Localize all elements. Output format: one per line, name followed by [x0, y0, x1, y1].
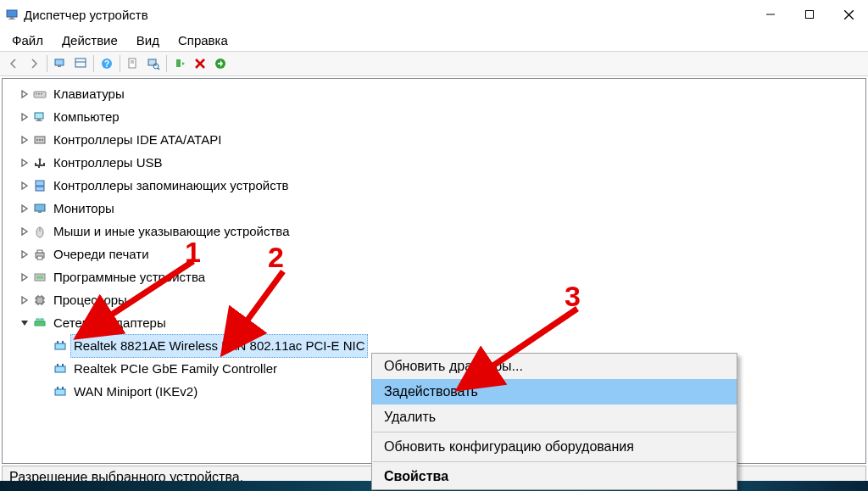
- svg-rect-60: [55, 366, 65, 372]
- ide-icon: [33, 133, 47, 147]
- chevron-right-icon[interactable]: [18, 225, 31, 238]
- svg-rect-58: [57, 341, 58, 343]
- toolbar-separator: [120, 55, 120, 72]
- tree-category-label: Мониторы: [50, 197, 118, 220]
- tree-category[interactable]: Контроллеры запоминающих устройств: [3, 174, 865, 197]
- software-icon: [33, 271, 47, 284]
- device-manager-window: Диспетчер устройств Файл Действие Вид Сп…: [0, 0, 868, 491]
- svg-rect-19: [176, 59, 181, 67]
- chevron-right-icon[interactable]: [18, 248, 31, 261]
- storage-icon: [33, 179, 47, 192]
- context-scan-hardware[interactable]: Обновить конфигурацию оборудования: [372, 434, 737, 460]
- svg-rect-61: [57, 364, 58, 366]
- network-adapter-icon: [53, 362, 67, 376]
- tree-category[interactable]: Компьютер: [3, 105, 865, 128]
- menubar: Файл Действие Вид Справка: [0, 29, 868, 51]
- svg-rect-8: [58, 65, 61, 67]
- tree-category-label: Сетевые адаптеры: [50, 311, 170, 335]
- menu-view[interactable]: Вид: [128, 31, 168, 49]
- tree-category[interactable]: Мониторы: [3, 197, 865, 220]
- svg-rect-59: [62, 341, 64, 343]
- svg-rect-4: [806, 11, 814, 19]
- svg-rect-2: [8, 19, 15, 20]
- chevron-right-icon[interactable]: [18, 179, 31, 192]
- svg-text:?: ?: [104, 59, 109, 69]
- svg-rect-55: [36, 319, 39, 321]
- tree-category-label: Мыши и иные указывающие устройства: [50, 220, 292, 243]
- tree-category-label: Программные устройства: [50, 265, 209, 289]
- close-button[interactable]: [829, 2, 868, 27]
- monitor-icon: [33, 202, 47, 215]
- tree-category[interactable]: Клавиатуры: [3, 82, 865, 105]
- chevron-right-icon[interactable]: [18, 87, 31, 101]
- tree-category[interactable]: Сетевые адаптеры: [3, 311, 865, 334]
- app-icon: [5, 8, 19, 21]
- svg-rect-56: [41, 319, 43, 321]
- svg-rect-57: [55, 343, 65, 349]
- back-button[interactable]: [4, 54, 23, 73]
- tree-category-label: Процессоры: [50, 288, 131, 312]
- context-update-drivers[interactable]: Обновить драйверы...: [372, 354, 737, 379]
- svg-rect-29: [36, 120, 42, 121]
- svg-rect-65: [62, 387, 64, 389]
- chevron-right-icon[interactable]: [18, 133, 31, 147]
- printer-icon: [33, 248, 47, 261]
- toolbar-update-driver-icon[interactable]: [170, 54, 189, 73]
- computer-icon: [33, 110, 47, 124]
- toolbar-separator: [166, 55, 167, 72]
- tree-category-label: Очереди печати: [50, 243, 153, 266]
- svg-rect-42: [37, 256, 42, 259]
- toolbar-separator: [93, 55, 94, 72]
- svg-rect-16: [148, 59, 156, 65]
- chevron-right-icon[interactable]: [18, 156, 31, 170]
- svg-line-18: [158, 68, 159, 70]
- toolbar: ?: [0, 51, 868, 76]
- tree-category[interactable]: Процессоры: [3, 288, 865, 311]
- context-menu: Обновить драйверы... Задействовать Удали…: [371, 353, 737, 490]
- minimize-button[interactable]: [751, 2, 790, 27]
- toolbar-scan-icon[interactable]: [144, 54, 163, 73]
- tree-category[interactable]: Контроллеры IDE ATA/ATAPI: [3, 128, 865, 151]
- cpu-icon: [33, 293, 47, 307]
- chevron-right-icon[interactable]: [18, 293, 31, 307]
- toolbar-computer-icon[interactable]: [51, 54, 70, 73]
- chevron-down-icon[interactable]: [18, 316, 31, 330]
- tree-category-label: Контроллеры IDE ATA/ATAPI: [50, 128, 225, 152]
- context-enable[interactable]: Задействовать: [372, 379, 737, 405]
- chevron-right-icon[interactable]: [18, 110, 31, 124]
- tree-category[interactable]: Мыши и иные указывающие устройства: [3, 220, 865, 243]
- chevron-right-icon[interactable]: [18, 202, 31, 215]
- network-adapter-icon: [53, 385, 67, 399]
- menu-help[interactable]: Справка: [170, 31, 236, 49]
- usb-icon: [33, 156, 47, 170]
- menu-action[interactable]: Действие: [53, 31, 126, 49]
- context-properties[interactable]: Свойства: [372, 464, 737, 489]
- svg-point-32: [39, 139, 41, 141]
- maximize-button[interactable]: [790, 2, 829, 27]
- svg-rect-45: [36, 297, 43, 304]
- toolbar-properties-icon[interactable]: [124, 54, 142, 73]
- svg-rect-27: [35, 113, 43, 119]
- tree-category-label: Контроллеры USB: [50, 151, 166, 175]
- svg-rect-35: [36, 187, 44, 191]
- toolbar-uninstall-icon[interactable]: [191, 54, 209, 73]
- menu-file[interactable]: Файл: [3, 31, 52, 49]
- context-delete[interactable]: Удалить: [372, 405, 737, 430]
- window-title: Диспетчер устройств: [24, 8, 148, 22]
- toolbar-enable-icon[interactable]: [211, 54, 230, 73]
- toolbar-help-icon[interactable]: ?: [97, 54, 116, 73]
- svg-rect-63: [55, 389, 65, 395]
- toolbar-show-hidden-icon[interactable]: [71, 54, 90, 73]
- svg-rect-41: [37, 250, 42, 253]
- tree-category[interactable]: Очереди печати: [3, 243, 865, 265]
- svg-rect-28: [37, 119, 41, 120]
- tree-device-label: Realtek 8821AE Wireless LAN 802.11ac PCI…: [70, 334, 368, 358]
- network-icon: [33, 316, 47, 330]
- tree-category[interactable]: Программные устройства: [3, 265, 865, 288]
- svg-rect-34: [36, 181, 44, 186]
- tree-category[interactable]: Контроллеры USB: [3, 151, 865, 174]
- chevron-right-icon[interactable]: [18, 271, 31, 284]
- forward-button[interactable]: [25, 54, 43, 73]
- svg-rect-62: [62, 364, 64, 366]
- titlebar: Диспетчер устройств: [0, 0, 868, 29]
